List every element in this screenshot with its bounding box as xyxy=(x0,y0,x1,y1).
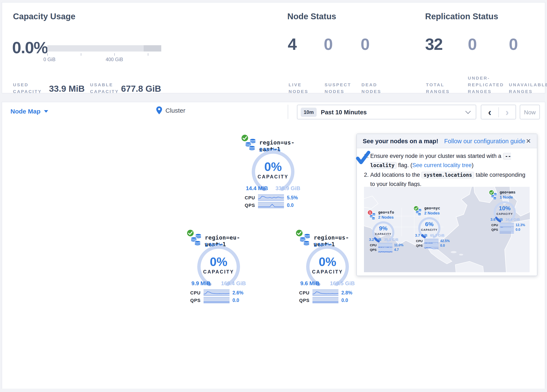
gauge-capacity-label: CAPACITY xyxy=(292,269,363,274)
qps-value: 4.7 xyxy=(394,248,399,252)
database-nodes-icon xyxy=(244,138,258,151)
under-replicated-count: 0 xyxy=(468,35,476,54)
capacity-bar-reserved xyxy=(144,45,161,52)
total-value: 338.9 GiB xyxy=(275,185,300,191)
close-icon[interactable]: ✕ xyxy=(526,137,531,145)
qps-row: QPS 4.7 xyxy=(369,248,408,252)
breadcrumb-label: Cluster xyxy=(165,107,185,114)
cpu-value: 42.5% xyxy=(440,239,450,243)
unavailable-label: UNAVAILABLE RANGES xyxy=(509,81,547,95)
cpu-sparkline xyxy=(378,243,392,247)
locality-tree-link[interactable]: See current locality tree xyxy=(412,162,472,168)
time-range-dropdown[interactable]: 10m Past 10 Minutes xyxy=(297,105,476,119)
region-label: geo=ams xyxy=(500,190,516,194)
database-nodes-icon xyxy=(369,213,376,220)
qps-label: QPS xyxy=(189,298,201,303)
qps-row: QPS 0.0 xyxy=(298,297,363,303)
cpu-row: CPU 2.6% xyxy=(189,289,254,296)
capacity-tick-label-0: 0 GiB xyxy=(43,57,55,62)
step2-text: Add locations to the xyxy=(370,172,422,178)
now-button[interactable]: Now xyxy=(520,105,540,119)
qps-sparkline xyxy=(500,227,514,232)
gauge-percent: 0% xyxy=(238,160,309,174)
database-nodes-icon xyxy=(299,233,312,247)
node-map-page: Capacity Usage 0.0% 0 GiB 400 GiB USED C… xyxy=(0,0,547,392)
configuration-guide-link[interactable]: Follow our configuration guide xyxy=(444,138,525,144)
used-value: 3.6 GiB xyxy=(491,217,503,221)
gauge-capacity-label: CAPACITY xyxy=(183,269,254,274)
time-step-group: ‹ › xyxy=(481,105,516,119)
gauge-capacity-label: CAPACITY xyxy=(238,174,309,179)
qps-sparkline xyxy=(204,297,230,303)
qps-value: 0.0 xyxy=(516,228,520,231)
total-ranges-count: 32 xyxy=(425,35,443,54)
cpu-label: CPU xyxy=(243,195,255,200)
time-back-button[interactable]: ‹ xyxy=(481,107,499,117)
qps-row: QPS 0.0 xyxy=(491,227,529,232)
gauge-percent: 0% xyxy=(183,255,254,269)
step1-text: Ensure every node in your cluster was st… xyxy=(370,153,503,159)
total-value: 169.5 GiB xyxy=(330,280,355,287)
capacity-tick xyxy=(114,53,115,56)
popup-title: See your nodes on a map! xyxy=(363,138,438,144)
cpu-row: CPU 11.0% xyxy=(369,243,408,247)
popup-steps: Ensure every node in your cluster was st… xyxy=(363,151,531,190)
qps-row: QPS 0.0 xyxy=(243,202,309,208)
qps-label: QPS xyxy=(491,228,498,231)
gauge-percent: 10% xyxy=(489,205,521,212)
used-value: 9.9 MiB xyxy=(191,280,211,287)
used-value: 14.4 MiB xyxy=(246,185,268,191)
node-count-link[interactable]: 2 Nodes xyxy=(424,211,440,215)
cpu-value: 12.3% xyxy=(516,223,525,227)
cpu-row: CPU 2.8% xyxy=(298,289,363,296)
cpu-label: CPU xyxy=(491,223,498,227)
view-selector-label: Node Map xyxy=(10,108,41,115)
breadcrumb[interactable]: Cluster xyxy=(156,106,185,114)
chevron-right-icon: › xyxy=(506,106,509,117)
suspect-nodes-label: SUSPECT NODES xyxy=(325,81,354,95)
popup-step-2: Add locations to the system.locations ta… xyxy=(370,171,531,188)
database-nodes-icon xyxy=(491,193,498,200)
cpu-sparkline xyxy=(424,239,438,243)
qps-sparkline xyxy=(378,248,392,252)
used-capacity-value: 33.9 MiB xyxy=(49,84,85,94)
gauge-percent: 9% xyxy=(367,225,399,232)
qps-value: 0.0 xyxy=(440,244,445,247)
check-annotation-icon xyxy=(355,150,370,165)
qps-sparkline xyxy=(424,243,438,248)
live-nodes-count: 4 xyxy=(288,35,296,54)
qps-value: 0.0 xyxy=(232,298,239,303)
qps-label: QPS xyxy=(243,202,255,207)
step1-text: flag. ( xyxy=(397,162,412,168)
capacity-tick xyxy=(47,53,48,56)
total-value: 65.7 GiB xyxy=(430,233,444,237)
chevron-down-icon xyxy=(44,110,48,112)
cpu-value: 2.6% xyxy=(232,290,243,295)
capacity-values: 3.7 GiB 65.7 GiB xyxy=(415,233,444,237)
time-range-label: Past 10 Minutes xyxy=(321,109,367,115)
qps-label: QPS xyxy=(369,248,376,252)
database-nodes-icon xyxy=(190,233,203,247)
qps-label: QPS xyxy=(415,244,423,247)
locality-setup-popup: See your nodes on a map! Follow our conf… xyxy=(356,134,537,276)
qps-row: QPS 0.0 xyxy=(189,297,254,303)
page-bottom-strip xyxy=(0,389,547,392)
cpu-value: 2.8% xyxy=(341,290,352,295)
live-nodes-label: LIVE NODES xyxy=(289,81,315,95)
toolbar: Node Map Cluster 10m Past 10 Minutes ‹ › xyxy=(2,102,545,122)
view-selector[interactable]: Node Map xyxy=(10,108,48,115)
toolbar-divider xyxy=(288,105,288,119)
capacity-usage-title: Capacity Usage xyxy=(13,12,75,21)
node-map-canvas: region=us-east-1 2 Nodes 0% CAPACITY 14.… xyxy=(2,121,545,389)
qps-value: 0.0 xyxy=(341,298,348,303)
cpu-label: CPU xyxy=(298,290,309,295)
system-locations-code: system.locations xyxy=(422,172,474,179)
node-count-link[interactable]: 2 Nodes xyxy=(378,215,394,220)
node-status-title: Node Status xyxy=(287,12,336,21)
node-count-link[interactable]: 1 Node xyxy=(500,195,513,199)
time-forward-button[interactable]: › xyxy=(499,107,516,117)
capacity-tick xyxy=(81,53,81,56)
qps-value: 0.0 xyxy=(287,202,294,207)
capacity-tick-label-400: 400 GiB xyxy=(106,57,123,62)
capacity-tick xyxy=(148,53,148,56)
